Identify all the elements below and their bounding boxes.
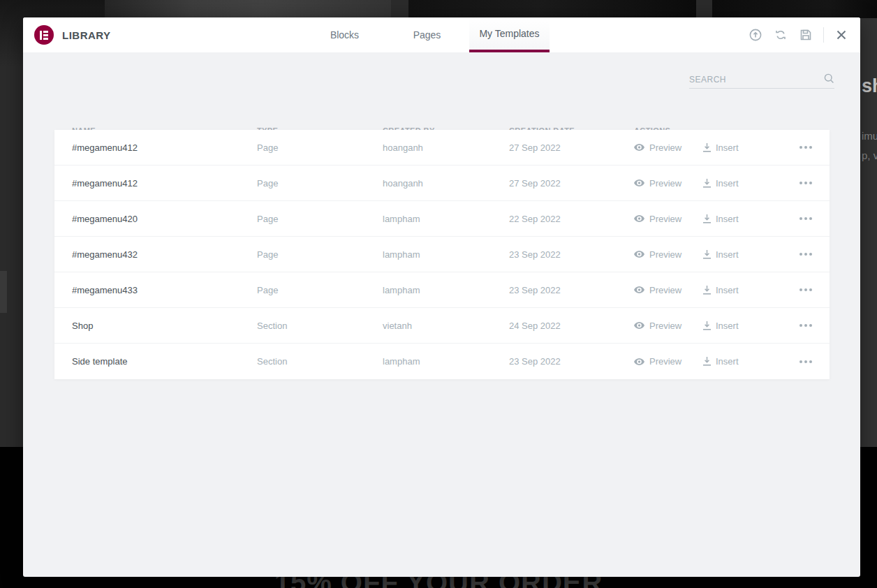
insert-button[interactable]: Insert [703,249,799,260]
table-row: #megamenu412 Page hoanganh 27 Sep 2022 P… [54,130,830,166]
preview-label: Preview [649,285,681,295]
template-created-by: lampham [383,214,509,224]
preview-button[interactable]: Preview [634,214,703,224]
insert-button[interactable]: Insert [703,321,799,331]
template-creation-date: 23 Sep 2022 [509,285,634,295]
template-creation-date: 23 Sep 2022 [509,356,634,367]
more-actions-button[interactable] [799,286,812,294]
eye-icon [634,179,644,186]
preview-button[interactable]: Preview [634,249,703,260]
download-icon [703,250,711,259]
eye-icon [634,144,644,151]
eye-icon [634,358,644,365]
template-name: #megamenu412 [72,178,257,189]
preview-button[interactable]: Preview [634,321,703,331]
insert-label: Insert [716,285,739,295]
more-actions-button[interactable] [799,321,812,330]
close-icon[interactable] [834,27,849,43]
insert-label: Insert [716,178,739,189]
insert-button[interactable]: Insert [703,178,799,189]
template-creation-date: 24 Sep 2022 [509,321,634,331]
download-icon [703,214,711,223]
preview-label: Preview [649,178,681,189]
eye-icon [634,215,644,222]
template-name: #megamenu420 [72,214,257,224]
template-created-by: lampham [383,285,509,295]
insert-button[interactable]: Insert [703,356,799,367]
backdrop-product-image [408,0,696,18]
template-name: #megamenu412 [72,142,257,153]
preview-label: Preview [649,249,681,260]
preview-label: Preview [649,142,681,153]
template-name: Shop [72,321,257,331]
template-name: #megamenu433 [72,285,257,295]
template-created-by: lampham [383,249,509,260]
table-row: #megamenu412 Page hoanganh 27 Sep 2022 P… [54,166,830,201]
sync-icon[interactable] [773,27,788,43]
template-creation-date: 27 Sep 2022 [509,178,634,189]
header-tools [748,17,849,52]
backdrop-text-fragment: p, v [862,149,877,161]
more-actions-button[interactable] [799,143,812,152]
import-icon[interactable] [748,27,763,43]
backdrop-product-image [712,0,877,18]
template-type: Section [257,356,383,367]
tab-blocks[interactable]: Blocks [304,17,385,52]
preview-label: Preview [649,214,681,224]
template-name: #megamenu432 [72,249,257,260]
search-icon [824,73,834,87]
eye-icon [634,286,644,293]
more-actions-button[interactable] [799,358,812,366]
backdrop-heading-fragment: sh [862,75,877,97]
save-icon[interactable] [798,27,813,43]
insert-label: Insert [716,249,739,260]
search-field [689,71,834,89]
insert-button[interactable]: Insert [703,142,799,153]
preview-label: Preview [649,356,681,367]
more-actions-button[interactable] [799,214,812,223]
insert-label: Insert [716,214,739,224]
insert-button[interactable]: Insert [703,214,799,224]
more-actions-button[interactable] [799,179,812,187]
template-type: Page [257,142,383,153]
template-created-by: vietanh [383,321,509,331]
insert-button[interactable]: Insert [703,285,799,295]
preview-button[interactable]: Preview [634,285,703,295]
template-type: Section [257,321,383,331]
library-modal: LIBRARY Blocks Pages My Templates [23,17,860,577]
more-actions-button[interactable] [799,250,812,258]
table-row: #megamenu433 Page lampham 23 Sep 2022 Pr… [54,272,830,308]
preview-button[interactable]: Preview [634,356,703,367]
tab-my-templates[interactable]: My Templates [469,17,550,52]
modal-title: LIBRARY [62,29,111,41]
preview-button[interactable]: Preview [634,142,703,153]
search-input[interactable] [689,71,834,89]
download-icon [703,179,711,188]
tab-pages[interactable]: Pages [387,17,467,52]
template-created-by: hoanganh [383,142,509,153]
brand: LIBRARY [34,25,111,45]
template-creation-date: 22 Sep 2022 [509,214,634,224]
insert-label: Insert [716,321,739,331]
template-type: Page [257,249,383,260]
insert-label: Insert [716,142,739,153]
backdrop-partial-element [0,271,7,313]
eye-icon [634,322,644,329]
tab-bar: Blocks Pages My Templates [304,17,550,52]
modal-header: LIBRARY Blocks Pages My Templates [23,17,860,52]
template-type: Page [257,285,383,295]
download-icon [703,286,711,295]
preview-label: Preview [649,321,681,331]
download-icon [703,357,711,366]
table-row: #megamenu432 Page lampham 23 Sep 2022 Pr… [54,237,830,272]
elementor-logo-icon [34,25,54,45]
table-row: #megamenu420 Page lampham 22 Sep 2022 Pr… [54,201,830,237]
template-created-by: hoanganh [383,178,509,189]
download-icon [703,143,711,152]
template-creation-date: 23 Sep 2022 [509,249,634,260]
backdrop-text-fragment: imu [862,130,877,142]
preview-button[interactable]: Preview [634,178,703,189]
backdrop-right-strip: sh imu p, v [860,18,877,447]
template-type: Page [257,214,383,224]
table-row: Shop Section vietanh 24 Sep 2022 Preview… [54,308,830,344]
